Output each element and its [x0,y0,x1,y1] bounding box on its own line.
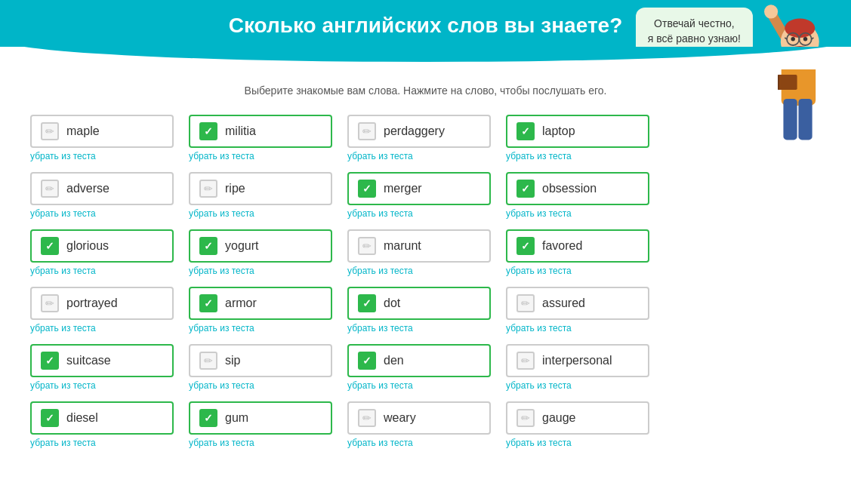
word-box-sip[interactable]: ✏sip [189,344,332,377]
word-item-maple: ✏mapleубрать из теста [30,115,174,161]
word-box-ripe[interactable]: ✏ripe [189,172,332,205]
word-item-favored: ✓favoredубрать из теста [506,229,649,276]
remove-link-glorious[interactable]: убрать из теста [30,266,174,276]
word-box-dot[interactable]: ✓dot [347,287,491,320]
word-item-gum: ✓gumубрать из теста [189,401,332,448]
pencil-icon: ✏ [358,409,376,427]
pencil-icon: ✏ [41,180,59,198]
remove-link-suitcase[interactable]: убрать из теста [30,380,174,391]
remove-link-yogurt[interactable]: убрать из теста [189,266,332,276]
word-item-assured: ✏assuredубрать из теста [506,287,649,333]
word-item-ripe: ✏ripeубрать из теста [189,172,332,219]
word-box-obsession[interactable]: ✓obsession [506,172,649,205]
remove-link-den[interactable]: убрать из теста [347,380,491,391]
word-item-laptop: ✓laptopубрать из теста [506,115,649,161]
remove-link-armor[interactable]: убрать из теста [189,323,332,333]
word-item-suitcase: ✓suitcaseубрать из теста [30,344,174,391]
remove-link-maple[interactable]: убрать из теста [30,151,174,161]
word-item-perdaggery: ✏perdaggeryубрать из теста [347,115,491,161]
word-box-favored[interactable]: ✓favored [506,229,649,263]
remove-link-laptop[interactable]: убрать из теста [506,151,649,161]
word-box-militia[interactable]: ✓militia [189,115,332,148]
word-label-laptop: laptop [542,124,575,138]
word-box-diesel[interactable]: ✓diesel [30,401,174,435]
word-item-militia: ✓militiaубрать из теста [189,115,332,161]
word-box-portrayed[interactable]: ✏portrayed [30,287,174,320]
remove-link-militia[interactable]: убрать из теста [189,151,332,161]
remove-link-marunt[interactable]: убрать из теста [347,266,491,276]
remove-link-ripe[interactable]: убрать из теста [189,208,332,219]
checkmark-icon: ✓ [358,352,376,370]
pencil-icon: ✏ [199,352,217,370]
checkmark-icon: ✓ [358,294,376,312]
word-box-perdaggery[interactable]: ✏perdaggery [347,115,491,148]
word-label-militia: militia [225,124,256,138]
word-box-gum[interactable]: ✓gum [189,401,332,435]
svg-point-1 [764,5,778,18]
remove-link-portrayed[interactable]: убрать из теста [30,323,174,333]
remove-link-gauge[interactable]: убрать из теста [506,438,649,448]
pencil-icon: ✏ [516,409,535,427]
word-item-sip: ✏sipубрать из теста [189,344,332,391]
word-label-merger: merger [384,182,422,195]
wave-border [0,47,851,69]
remove-link-adverse[interactable]: убрать из теста [30,208,174,219]
word-label-dot: dot [384,297,400,310]
header: Сколько английских слов вы знаете? Отвеч… [0,0,851,69]
remove-link-sip[interactable]: убрать из теста [189,380,332,391]
word-item-adverse: ✏adverseубрать из теста [30,172,174,219]
word-box-den[interactable]: ✓den [347,344,491,377]
remove-link-merger[interactable]: убрать из теста [347,208,491,219]
remove-link-interpersonal[interactable]: убрать из теста [506,380,649,391]
checkmark-icon: ✓ [199,122,217,140]
word-box-glorious[interactable]: ✓glorious [30,229,174,263]
word-item-interpersonal: ✏interpersonalубрать из теста [506,344,649,391]
word-box-merger[interactable]: ✓merger [347,172,491,205]
checkmark-icon: ✓ [41,352,59,370]
word-box-marunt[interactable]: ✏marunt [347,229,491,263]
word-item-portrayed: ✏portrayedубрать из теста [30,287,174,333]
pencil-icon: ✏ [199,180,217,198]
word-label-portrayed: portrayed [66,297,118,310]
main-content: Выберите знакомые вам слова. Нажмите на … [0,69,851,468]
pencil-icon: ✏ [358,122,376,140]
checkmark-icon: ✓ [199,409,217,427]
word-box-weary[interactable]: ✏weary [347,401,491,435]
remove-link-assured[interactable]: убрать из теста [506,323,649,333]
word-label-perdaggery: perdaggery [384,124,445,138]
word-label-armor: armor [225,297,257,310]
word-item-armor: ✓armorубрать из теста [189,287,332,333]
word-label-suitcase: suitcase [66,354,111,367]
word-label-ripe: ripe [225,182,245,195]
remove-link-dot[interactable]: убрать из теста [347,323,491,333]
word-box-interpersonal[interactable]: ✏interpersonal [506,344,649,377]
word-label-sip: sip [225,354,240,367]
word-label-favored: favored [542,239,582,253]
remove-link-perdaggery[interactable]: убрать из теста [347,151,491,161]
word-box-yogurt[interactable]: ✓yogurt [189,229,332,263]
word-label-diesel: diesel [66,411,98,425]
word-box-maple[interactable]: ✏maple [30,115,174,148]
word-label-glorious: glorious [66,239,109,253]
remove-link-favored[interactable]: убрать из теста [506,266,649,276]
word-item-den: ✓denубрать из теста [347,344,491,391]
word-box-laptop[interactable]: ✓laptop [506,115,649,148]
word-box-armor[interactable]: ✓armor [189,287,332,320]
word-box-assured[interactable]: ✏assured [506,287,649,320]
svg-point-13 [791,37,794,41]
word-item-weary: ✏wearyубрать из теста [347,401,491,448]
remove-link-weary[interactable]: убрать из теста [347,438,491,448]
pencil-icon: ✏ [41,122,59,140]
word-box-suitcase[interactable]: ✓suitcase [30,344,174,377]
remove-link-diesel[interactable]: убрать из теста [30,438,174,448]
word-item-merger: ✓mergerубрать из теста [347,172,491,219]
word-item-obsession: ✓obsessionубрать из теста [506,172,649,219]
remove-link-obsession[interactable]: убрать из теста [506,208,649,219]
word-box-gauge[interactable]: ✏gauge [506,401,649,435]
instruction-text: Выберите знакомые вам слова. Нажмите на … [30,85,821,97]
pencil-icon: ✏ [358,237,376,255]
word-item-dot: ✓dotубрать из теста [347,287,491,333]
word-box-adverse[interactable]: ✏adverse [30,172,174,205]
pencil-icon: ✏ [516,294,535,312]
remove-link-gum[interactable]: убрать из теста [189,438,332,448]
